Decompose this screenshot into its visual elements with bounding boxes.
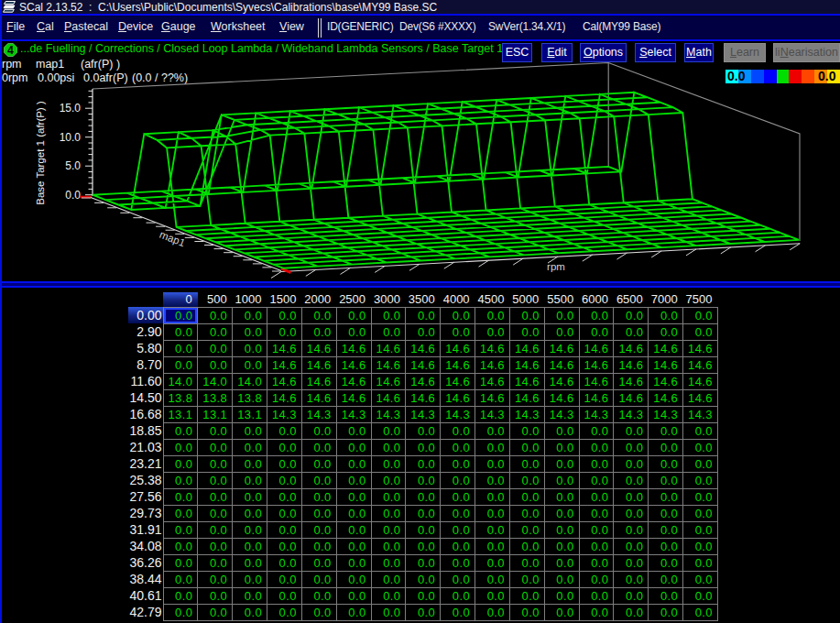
svg-text:map1: map1 — [158, 229, 187, 249]
svg-text:0.0: 0.0 — [65, 189, 81, 202]
svg-text:Base Target 1 (afr(P) ): Base Target 1 (afr(P) ) — [35, 101, 46, 205]
svg-text:5.0: 5.0 — [65, 159, 81, 172]
svg-text:15.0: 15.0 — [60, 102, 82, 115]
svg-text:rpm: rpm — [547, 261, 565, 272]
svg-text:10.0: 10.0 — [60, 131, 82, 144]
